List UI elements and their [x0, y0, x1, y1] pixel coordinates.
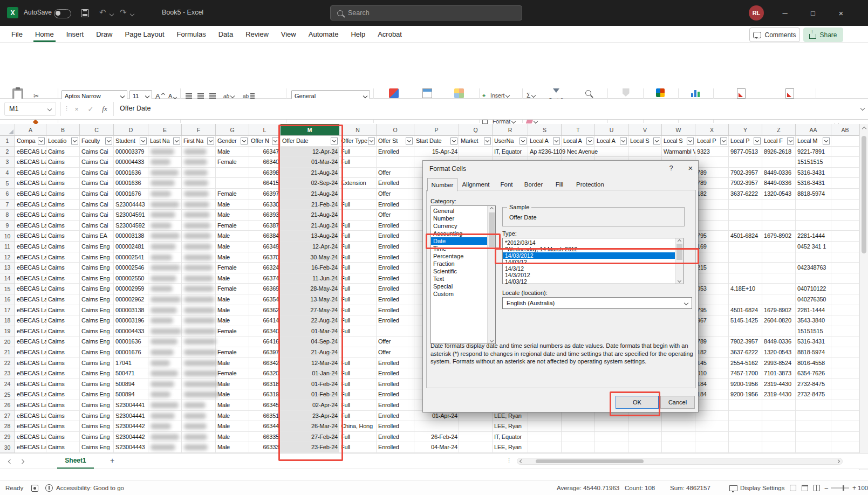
cell-A21[interactable]: eBECAS La — [15, 347, 46, 358]
cell-Z6[interactable]: 1320-0543 — [762, 189, 796, 200]
column-header-G[interactable]: G — [216, 124, 249, 136]
zoom-level[interactable]: 100% — [858, 480, 868, 495]
cell-M7[interactable]: 21-Feb-24 — [281, 200, 339, 210]
column-header-N[interactable]: N — [339, 124, 377, 136]
cell-AA22[interactable]: 8016-4558 — [796, 358, 831, 369]
column-header-D[interactable]: D — [114, 124, 148, 136]
cell-C16[interactable]: Cairns Eng — [80, 294, 114, 305]
cell-D2[interactable]: 000003379 — [114, 147, 148, 157]
cell-A8[interactable]: eBECAS La — [15, 210, 46, 221]
cell-D29[interactable]: S23004442 — [114, 432, 148, 443]
cell-L9[interactable]: 66387 — [249, 221, 281, 231]
cell-L27[interactable]: 66351 — [249, 411, 281, 422]
cell-C13[interactable]: Cairns Eng — [80, 263, 114, 273]
category-item-text[interactable]: Text — [431, 275, 489, 283]
cell-C14[interactable]: Cairns Eng — [80, 273, 114, 284]
cell-C6[interactable]: Cairns Cai — [80, 189, 114, 200]
cell-B25[interactable]: Cairns — [46, 389, 80, 400]
filter-button-L[interactable] — [272, 138, 279, 145]
horizontal-scrollbar[interactable] — [517, 458, 843, 465]
zoom-in-button[interactable]: + — [852, 480, 856, 495]
cell-L26[interactable]: 66345 — [249, 400, 281, 411]
cell-N25[interactable]: Full — [339, 389, 377, 400]
cell-AA4[interactable]: 5316-3431 — [796, 168, 831, 178]
cell-X25[interactable]: 184 — [695, 389, 729, 400]
row-header-19[interactable]: 19 — [0, 326, 15, 337]
cell-O6[interactable]: Offer — [377, 189, 414, 200]
cell-G18[interactable]: Male — [216, 315, 249, 326]
row-header-27[interactable]: 27 — [0, 411, 15, 422]
cell-B14[interactable]: Cairns — [46, 273, 80, 284]
cell-O7[interactable]: Enrolled — [377, 200, 414, 210]
cell-O20[interactable]: Offer — [377, 336, 414, 347]
cell-X18[interactable]: 967 — [695, 315, 729, 326]
new-sheet-button[interactable]: + — [110, 456, 114, 465]
type-item[interactable]: 14/03/2012 — [503, 252, 684, 259]
accessibility-status[interactable]: Accessibility: Good to go — [56, 480, 124, 495]
type-item[interactable]: 14/03/12 — [503, 278, 684, 284]
cell-D25[interactable]: 500894 — [114, 389, 148, 400]
cell-C2[interactable]: Cairns Cai — [80, 147, 114, 157]
cell-D9[interactable]: S23004592 — [114, 221, 148, 231]
cell-M23[interactable]: 01-Jan-24 — [281, 368, 339, 379]
prev-sheet-icon[interactable] — [8, 459, 12, 464]
page-layout-view-icon[interactable] — [802, 480, 808, 495]
cell-C20[interactable]: Cairns Eng — [80, 336, 114, 347]
row-header-29[interactable]: 29 — [0, 432, 15, 443]
column-header-U[interactable]: U — [595, 124, 628, 136]
cell-G14[interactable]: Male — [216, 273, 249, 284]
column-header-Y[interactable]: Y — [729, 124, 762, 136]
cell-AA5[interactable]: 5316-3431 — [796, 178, 831, 189]
cell-O18[interactable]: Enrolled — [377, 315, 414, 326]
cell-G17[interactable]: Male — [216, 305, 249, 316]
cell-C5[interactable]: Cairns Cai — [80, 178, 114, 189]
column-header-W[interactable]: W — [662, 124, 695, 136]
cell-B6[interactable]: Cairns — [46, 189, 80, 200]
cell-C3[interactable]: Cairns Cai — [80, 157, 114, 168]
cell-D19[interactable]: 000004433 — [114, 326, 148, 337]
cell-AA23[interactable]: 6354-7626 — [796, 368, 831, 379]
cell-A4[interactable]: eBECAS La — [15, 168, 46, 178]
cell-C7[interactable]: Cairns Cai — [80, 200, 114, 210]
cell-G8[interactable]: Male — [216, 210, 249, 221]
filter-button-O[interactable] — [406, 138, 413, 145]
cell-Y4[interactable]: 7902-3957 — [729, 168, 762, 178]
type-item[interactable]: 14/03/12 — [503, 259, 684, 265]
cell-C17[interactable]: Cairns Eng — [80, 305, 114, 316]
cell-AA6[interactable]: 8818-5974 — [796, 189, 831, 200]
cell-L17[interactable]: 66362 — [249, 305, 281, 316]
column-header-T[interactable]: T — [562, 124, 595, 136]
cell-A14[interactable]: eBECAS La — [15, 273, 46, 284]
cell-X13[interactable]: 215 — [695, 263, 729, 273]
row-header-8[interactable]: 8 — [0, 210, 15, 221]
row-header-26[interactable]: 26 — [0, 400, 15, 411]
cell-O28[interactable]: Enrolled — [377, 421, 414, 432]
cell-L15[interactable]: 66369 — [249, 284, 281, 294]
cell-C21[interactable]: Cairns Eng — [80, 347, 114, 358]
category-item-custom[interactable]: Custom — [431, 290, 489, 298]
cell-C26[interactable]: Cairns Eng — [80, 400, 114, 411]
cell-G27[interactable]: Male — [216, 411, 249, 422]
cell-D23[interactable]: 500471 — [114, 368, 148, 379]
zoom-slider[interactable] — [831, 480, 849, 495]
cell-C19[interactable]: Cairns Eng — [80, 326, 114, 337]
cell-Y23[interactable]: 7457-1700 — [729, 368, 762, 379]
cell-N2[interactable]: Full — [339, 147, 377, 157]
cell-X22[interactable]: 145 — [695, 358, 729, 369]
cell-M19[interactable]: 01-Mar-24 — [281, 326, 339, 337]
row-header-9[interactable]: 9 — [0, 221, 15, 231]
cell-B22[interactable]: Cairns — [46, 358, 80, 369]
cell-M12[interactable]: 30-May-24 — [281, 252, 339, 263]
cell-M27[interactable]: 23-Apr-24 — [281, 411, 339, 422]
cell-M18[interactable]: 22-Aug-24 — [281, 315, 339, 326]
cell-C28[interactable]: Cairns Eng — [80, 421, 114, 432]
cell-M3[interactable]: 01-Mar-24 — [281, 157, 339, 168]
cell-N27[interactable]: Full — [339, 411, 377, 422]
column-header-R[interactable]: R — [493, 124, 528, 136]
cell-D18[interactable]: 000003196 — [114, 315, 148, 326]
page-break-view-icon[interactable] — [814, 480, 820, 495]
cell-AA21[interactable]: 8818-5974 — [796, 347, 831, 358]
column-header-E[interactable]: E — [148, 124, 182, 136]
cell-G12[interactable]: Male — [216, 252, 249, 263]
cell-Z2[interactable]: 8926-2618 — [762, 147, 796, 157]
